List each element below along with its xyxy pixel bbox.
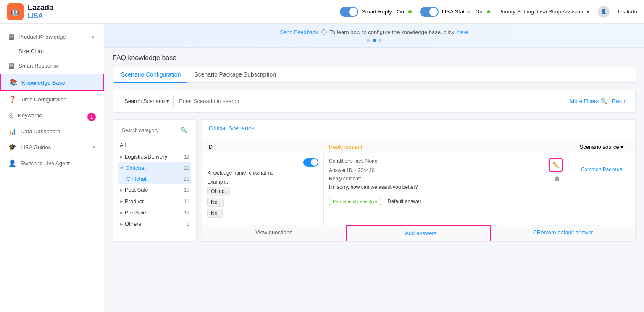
smart-reply-toggle[interactable] xyxy=(340,7,358,17)
default-answer-label: Default answer xyxy=(388,198,421,204)
search-input[interactable] xyxy=(179,98,565,104)
page-title: FAQ knowledge base xyxy=(113,54,636,62)
header-controls: Smart Reply: On LISA Status: On Priority… xyxy=(340,6,637,18)
example-chip-1: Oh no. xyxy=(207,187,230,196)
arrow-right-icon: ▶ xyxy=(120,188,123,192)
priority-setting-dropdown[interactable]: Priority Setting: Lisa Shop Assistant ▾ xyxy=(499,8,589,15)
smart-reply-dot xyxy=(408,10,412,13)
answer-id: Answer ID: 4204420 xyxy=(329,167,563,173)
arrow-right-icon: ▶ xyxy=(120,222,123,226)
username: testtodo xyxy=(618,8,637,15)
perm-effective-badge: Permanently effective xyxy=(329,198,381,205)
tab-scenario-package-subscription[interactable]: Scenario Package Subscription xyxy=(187,67,283,83)
chevron-icon: ▲ xyxy=(91,34,95,39)
edit-button[interactable]: ✏️ xyxy=(549,158,563,172)
column-id: Knowledge name: chitchat-no Example: Oh … xyxy=(202,153,324,225)
delete-icon[interactable]: 🗑 xyxy=(554,175,560,182)
category-pre-sale[interactable]: ▶ Pre-Sale 12 xyxy=(118,207,191,218)
col-header-source: Scenario source ▾ xyxy=(568,144,635,150)
column-source: Common Package xyxy=(568,153,635,225)
search-scenario-button[interactable]: Search Scenario ▾ xyxy=(120,95,174,107)
lisa-guides-icon: 🎓 xyxy=(8,143,16,151)
bottom-bar: View questions + Add answers CRestore de… xyxy=(202,225,635,241)
lisa-status-dot xyxy=(487,10,490,13)
restore-default-button[interactable]: CRestore default answer xyxy=(491,225,635,241)
sidebar-item-product-knowledge[interactable]: ▦ Product Knowledge ▲ xyxy=(0,29,104,45)
column-reply: ✏️ 🗑 Conditions met: None Answer ID: 420… xyxy=(324,153,568,225)
source-value: Common Package xyxy=(573,167,630,172)
chevron-down-icon: ▾ xyxy=(586,8,589,15)
category-product[interactable]: ▶ Product 11 xyxy=(118,196,191,207)
view-questions-button[interactable]: View questions xyxy=(202,225,346,241)
sidebar: ▦ Product Knowledge ▲ Size Chart ▤ Smart… xyxy=(0,24,104,312)
category-logistics[interactable]: ▶ Logistics/Delivery 12 xyxy=(118,151,191,162)
id-toggle[interactable] xyxy=(303,158,318,167)
arrow-right-icon: ▶ xyxy=(120,210,123,215)
tab-scenario-configuration[interactable]: Scenario Configuration xyxy=(114,67,187,83)
example-chip-2: Not. xyxy=(207,198,224,207)
scenario-content-row: Knowledge name: chitchat-no Example: Oh … xyxy=(202,153,635,225)
category-search-input[interactable] xyxy=(122,127,181,133)
banner-text: Send Feedback ⓘ To learn how to configur… xyxy=(113,29,636,36)
main-layout: ▦ Product Knowledge ▲ Size Chart ▤ Smart… xyxy=(0,24,644,312)
main-panel: 🔍 All ▶ Logistics/Delivery 12 ▼ Chitchat… xyxy=(113,119,636,242)
lisa-status-value: On xyxy=(475,8,482,15)
smart-response-icon: ▤ xyxy=(8,62,14,69)
category-others[interactable]: ▶ Others 2 xyxy=(118,218,191,230)
toggle-row xyxy=(207,158,318,167)
sidebar-item-size-chart[interactable]: Size Chart xyxy=(0,45,104,58)
lisa-status-toggle-group: LISA Status: On xyxy=(420,7,490,17)
effectiveness-row: Permanently effective Default answer xyxy=(329,194,563,205)
chevron-down-icon: ▾ xyxy=(166,98,169,104)
dot-2 xyxy=(373,39,376,42)
product-knowledge-icon: ▦ xyxy=(8,33,14,40)
sidebar-item-data-dashboard[interactable]: 📊 Data Dashboard xyxy=(0,123,104,139)
dot-3 xyxy=(379,39,382,42)
chevron-down-icon: ▾ xyxy=(93,145,95,150)
knowledge-name: Knowledge name: chitchat-no xyxy=(207,170,318,176)
page-content: FAQ knowledge base Scenario Configuratio… xyxy=(104,48,644,312)
scenario-header: Official Scenarios xyxy=(202,120,635,141)
category-panel: 🔍 All ▶ Logistics/Delivery 12 ▼ Chitchat… xyxy=(113,119,197,242)
official-scenarios-tab[interactable]: Official Scenarios xyxy=(209,125,255,136)
lisa-status-toggle[interactable] xyxy=(420,7,439,17)
example-label: Example: xyxy=(207,179,318,185)
banner-dots xyxy=(113,39,636,42)
table-header: ID Reply content Scenario source ▾ xyxy=(202,141,635,153)
arrow-right-icon: ▶ xyxy=(120,199,123,204)
category-search[interactable]: 🔍 xyxy=(118,125,191,135)
category-chitchat-sub[interactable]: Chitchat 21 xyxy=(118,174,191,184)
arrow-down-icon: ▼ xyxy=(120,166,124,170)
col-header-id: ID xyxy=(202,144,324,150)
page-tabs: Scenario Configuration Scenario Package … xyxy=(113,67,636,83)
conditions: Conditions met: None xyxy=(329,158,563,164)
reply-content-label: Reply content: xyxy=(329,176,563,182)
here-link[interactable]: here xyxy=(457,29,468,35)
sidebar-item-time-configuration[interactable]: ❓ Time Configuration xyxy=(0,91,104,107)
dot-1 xyxy=(367,39,370,42)
sidebar-item-switch-live-agent[interactable]: 👤 Switch to Live Agent xyxy=(0,155,104,171)
sidebar-item-smart-response[interactable]: ▤ Smart Response xyxy=(0,58,104,74)
logo-icon: 🤖 xyxy=(7,3,24,20)
top-header: 🤖 Lazada LISA Smart Reply: On LISA Statu… xyxy=(0,0,644,24)
category-all[interactable]: All xyxy=(118,140,191,151)
arrow-right-icon: ▶ xyxy=(120,154,123,159)
add-answers-button[interactable]: + Add answers xyxy=(346,225,492,241)
category-post-sale[interactable]: ▶ Post Sale 18 xyxy=(118,184,191,196)
col-header-reply: Reply content xyxy=(324,144,568,150)
category-chitchat[interactable]: ▼ Chitchat 21 xyxy=(118,162,191,174)
return-button[interactable]: Return xyxy=(612,98,628,104)
example-chips: Oh no. Not. No. xyxy=(207,187,318,219)
search-bar: Search Scenario ▾ More Filters 🔍 Return xyxy=(113,90,636,113)
search-icon: 🔍 xyxy=(600,98,607,104)
example-chip-3: No. xyxy=(207,209,223,218)
send-feedback-link[interactable]: Send Feedback xyxy=(280,29,318,35)
logo-text: Lazada LISA xyxy=(28,3,53,20)
smart-reply-toggle-group: Smart Reply: On xyxy=(340,7,411,17)
reply-content-text: I'm sorry, how can we assist you better? xyxy=(329,183,563,191)
more-filters-button[interactable]: More Filters 🔍 xyxy=(570,98,607,104)
sidebar-item-lisa-guides[interactable]: 🎓 LISA Guides ▾ xyxy=(0,139,104,155)
sidebar-item-knowledge-base[interactable]: 📚 Knowledge Base xyxy=(0,74,104,91)
content-area: Send Feedback ⓘ To learn how to configur… xyxy=(104,24,644,312)
data-dashboard-icon: 📊 xyxy=(8,127,16,135)
